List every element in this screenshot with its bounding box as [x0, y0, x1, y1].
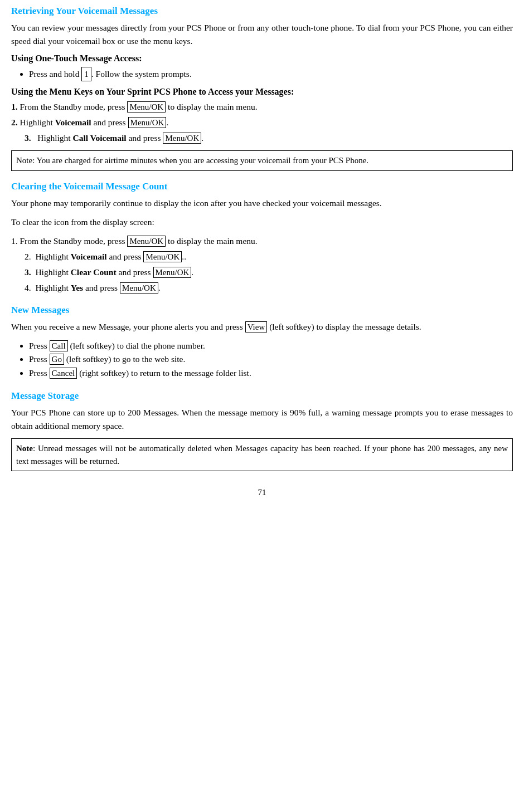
list-item: Press Call (left softkey) to dial the ph…: [29, 339, 513, 353]
subsection-one-touch: Using One-Touch Message Access: Press an…: [11, 53, 513, 81]
key-menu-ok-c2: Menu/OK: [143, 251, 182, 262]
list-item: Press and hold 1. Follow the system prom…: [29, 67, 513, 81]
key-view: View: [245, 321, 268, 332]
section-title-retrieving: Retrieving Your Voicemail Messages: [11, 6, 513, 17]
key-call: Call: [50, 340, 68, 351]
key-1: 1: [81, 67, 91, 81]
new-messages-bullets: Press Call (left softkey) to dial the ph…: [11, 339, 513, 380]
page-number: 71: [11, 488, 513, 497]
note-text-retrieving: Note: You are charged for airtime minute…: [16, 156, 368, 165]
section-title-message-storage: Message Storage: [11, 390, 513, 402]
subsection-menu-keys: Using the Menu Keys on Your Sprint PCS P…: [11, 87, 513, 145]
section-intro-message-storage: Your PCS Phone can store up to 200 Messa…: [11, 406, 513, 433]
note-box-retrieving: Note: You are charged for airtime minute…: [11, 150, 513, 171]
section-intro1-clearing: Your phone may temporarily continue to d…: [11, 197, 513, 210]
step-3: 3. Highlight Call Voicemail and press Me…: [11, 131, 513, 145]
section-clearing: Clearing the Voicemail Message Count You…: [11, 181, 513, 295]
key-cancel: Cancel: [50, 368, 77, 379]
note-box-storage: Note: Unread messages will not be automa…: [11, 438, 513, 471]
key-menu-ok-c4: Menu/OK: [120, 282, 158, 294]
subsection-title-menu-keys: Using the Menu Keys on Your Sprint PCS P…: [11, 87, 513, 97]
subsection-title-one-touch: Using One-Touch Message Access:: [11, 53, 513, 63]
key-menu-ok-2: Menu/OK: [128, 117, 167, 128]
key-go: Go: [50, 354, 64, 365]
section-intro-new-messages: When you receive a new Message, your pho…: [11, 320, 513, 334]
section-new-messages: New Messages When you receive a new Mess…: [11, 305, 513, 380]
key-menu-ok-c3: Menu/OK: [153, 267, 192, 278]
bullet-text-1: Press and hold 1. Follow the system prom…: [29, 69, 192, 79]
key-menu-ok-c1: Menu/OK: [127, 236, 166, 247]
section-retrieving: Retrieving Your Voicemail Messages You c…: [11, 6, 513, 171]
section-message-storage: Message Storage Your PCS Phone can store…: [11, 390, 513, 471]
one-touch-bullets: Press and hold 1. Follow the system prom…: [11, 67, 513, 81]
clearing-step-1: 1. From the Standby mode, press Menu/OK …: [11, 234, 513, 248]
step-1: 1. From the Standby mode, press Menu/OK …: [11, 100, 513, 114]
clearing-step-4: 4. Highlight Yes and press Menu/OK.: [11, 281, 513, 295]
section-intro-retrieving: You can review your messages directly fr…: [11, 21, 513, 48]
clearing-step-2: 2. Highlight Voicemail and press Menu/OK…: [11, 250, 513, 263]
clearing-step-3: 3. Highlight Clear Count and press Menu/…: [11, 266, 513, 279]
section-title-clearing: Clearing the Voicemail Message Count: [11, 181, 513, 192]
key-menu-ok-1: Menu/OK: [127, 101, 166, 112]
list-item: Press Go (left softkey) to go to the web…: [29, 353, 513, 366]
list-item: Press Cancel (right softkey) to return t…: [29, 366, 513, 380]
section-intro2-clearing: To clear the icon from the display scree…: [11, 216, 513, 229]
step-2: 2. Highlight Voicemail and press Menu/OK…: [11, 116, 513, 129]
key-menu-ok-3: Menu/OK: [163, 133, 201, 144]
section-title-new-messages: New Messages: [11, 305, 513, 316]
